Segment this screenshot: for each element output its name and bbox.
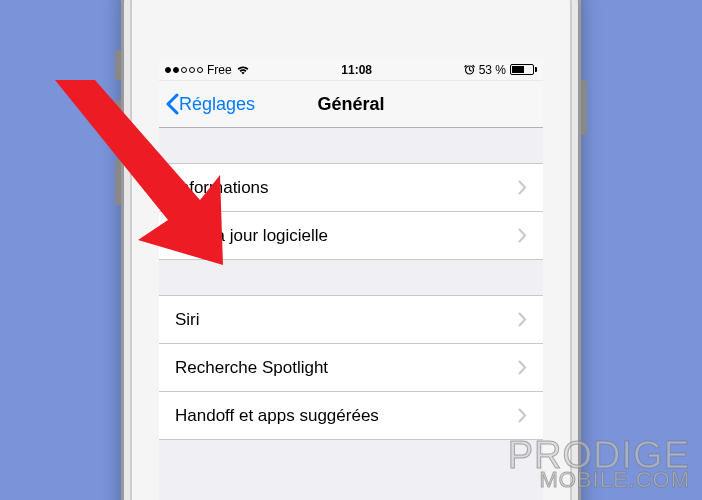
chevron-right-icon (518, 312, 527, 327)
phone-frame: Free 11:08 53 % (121, 0, 581, 500)
chevron-right-icon (518, 228, 527, 243)
group-spacer (159, 128, 543, 164)
settings-group: Siri Recherche Spotlight Handoff et apps… (159, 296, 543, 440)
wifi-icon (236, 64, 250, 75)
navigation-bar: Réglages Général (159, 81, 543, 128)
row-siri[interactable]: Siri (159, 296, 543, 344)
phone-bezel: Free 11:08 53 % (130, 0, 572, 500)
volume-down-button (115, 160, 121, 205)
chevron-right-icon (518, 408, 527, 423)
volume-up-button (115, 100, 121, 145)
power-button (581, 80, 587, 135)
row-spotlight-search[interactable]: Recherche Spotlight (159, 344, 543, 392)
row-label: Recherche Spotlight (175, 358, 328, 378)
row-software-update[interactable]: Mise à jour logicielle (159, 212, 543, 260)
group-spacer (159, 260, 543, 296)
row-label: Siri (175, 310, 200, 330)
page-title: Général (317, 94, 384, 115)
chevron-right-icon (518, 180, 527, 195)
back-label: Réglages (179, 94, 255, 115)
battery-fill (512, 66, 524, 73)
row-label: Mise à jour logicielle (175, 226, 328, 246)
clock-label: 11:08 (341, 63, 372, 77)
status-right: 53 % (464, 63, 537, 77)
battery-percent-label: 53 % (479, 63, 506, 77)
chevron-left-icon (165, 93, 179, 115)
settings-group: Informations Mise à jour logicielle (159, 164, 543, 260)
row-informations[interactable]: Informations (159, 164, 543, 212)
status-bar: Free 11:08 53 % (159, 59, 543, 81)
alarm-icon (464, 64, 475, 75)
signal-strength-icon (165, 67, 203, 73)
back-button[interactable]: Réglages (165, 93, 255, 115)
row-label: Informations (175, 178, 269, 198)
row-label: Handoff et apps suggérées (175, 406, 379, 426)
settings-list: Informations Mise à jour logicielle (159, 128, 543, 440)
mute-switch (115, 50, 121, 80)
chevron-right-icon (518, 360, 527, 375)
screen: Free 11:08 53 % (159, 59, 543, 500)
battery-icon (510, 64, 537, 75)
carrier-label: Free (207, 63, 232, 77)
row-handoff[interactable]: Handoff et apps suggérées (159, 392, 543, 440)
status-left: Free (165, 63, 250, 77)
